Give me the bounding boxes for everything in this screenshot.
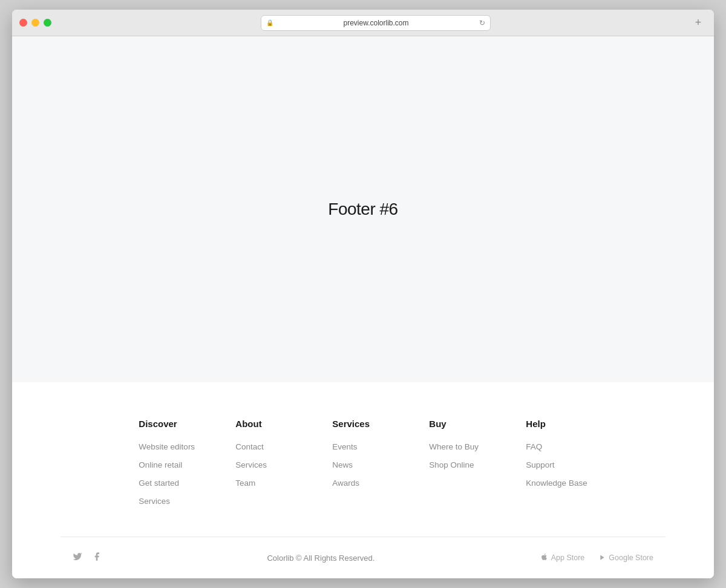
- maximize-button[interactable]: [44, 19, 51, 27]
- app-store-label: App Store: [551, 554, 585, 562]
- list-item: Services: [139, 495, 199, 506]
- list-item: Shop Online: [429, 459, 489, 470]
- link-support[interactable]: Support: [526, 460, 554, 469]
- google-store-link[interactable]: Google Store: [599, 554, 653, 563]
- footer-stores: App Store Google Store: [540, 553, 653, 563]
- page-title: Footer #6: [328, 200, 397, 219]
- link-online-retail[interactable]: Online retail: [139, 460, 182, 469]
- footer-col-title-discover: Discover: [139, 419, 199, 429]
- footer-col-buy: Buy Where to Buy Shop Online: [429, 419, 489, 506]
- traffic-lights: [19, 19, 51, 27]
- footer-col-discover: Discover Website editors Online retail G…: [139, 419, 199, 506]
- footer-col-title-help: Help: [526, 419, 587, 429]
- list-item: FAQ: [526, 441, 587, 452]
- list-item: Online retail: [139, 459, 199, 470]
- footer-col-about: About Contact Services Team: [235, 419, 296, 506]
- footer: Discover Website editors Online retail G…: [12, 382, 714, 578]
- list-item: Get started: [139, 477, 199, 488]
- footer-columns: Discover Website editors Online retail G…: [12, 419, 714, 537]
- reload-icon[interactable]: ↻: [479, 19, 485, 27]
- link-team[interactable]: Team: [235, 479, 255, 488]
- link-knowledge-base[interactable]: Knowledge Base: [526, 479, 587, 488]
- svg-marker-0: [601, 555, 604, 560]
- list-item: Awards: [332, 477, 393, 488]
- link-get-started[interactable]: Get started: [139, 479, 179, 488]
- link-shop-online[interactable]: Shop Online: [429, 460, 474, 469]
- play-icon: [599, 554, 606, 563]
- main-area: Footer #6: [12, 36, 714, 382]
- footer-col-title-buy: Buy: [429, 419, 489, 429]
- link-website-editors[interactable]: Website editors: [139, 442, 195, 451]
- url-bar[interactable]: 🔒 preview.colorlib.com ↻: [261, 15, 491, 31]
- new-tab-button[interactable]: +: [690, 15, 707, 31]
- link-news[interactable]: News: [332, 460, 353, 469]
- url-bar-container: 🔒 preview.colorlib.com ↻: [61, 15, 690, 31]
- minimize-button[interactable]: [31, 19, 39, 27]
- list-item: Support: [526, 459, 587, 470]
- footer-links-discover: Website editors Online retail Get starte…: [139, 441, 199, 506]
- list-item: Contact: [235, 441, 296, 452]
- browser-window: 🔒 preview.colorlib.com ↻ + Footer #6 Dis…: [12, 10, 714, 578]
- link-awards[interactable]: Awards: [332, 479, 359, 488]
- footer-links-buy: Where to Buy Shop Online: [429, 441, 489, 470]
- link-where-to-buy[interactable]: Where to Buy: [429, 442, 479, 451]
- list-item: Knowledge Base: [526, 477, 587, 488]
- link-contact[interactable]: Contact: [235, 442, 264, 451]
- browser-titlebar: 🔒 preview.colorlib.com ↻ +: [12, 10, 714, 36]
- twitter-icon[interactable]: [73, 552, 82, 564]
- facebook-icon[interactable]: [92, 552, 102, 564]
- link-services-about[interactable]: Services: [235, 460, 267, 469]
- footer-bottom: Colorlib © All Rights Reserved. App Stor…: [12, 537, 714, 578]
- footer-col-title-services: Services: [332, 419, 393, 429]
- footer-links-about: Contact Services Team: [235, 441, 296, 488]
- link-faq[interactable]: FAQ: [526, 442, 542, 451]
- footer-col-title-about: About: [235, 419, 296, 429]
- footer-links-services: Events News Awards: [332, 441, 393, 488]
- list-item: Website editors: [139, 441, 199, 452]
- footer-col-help: Help FAQ Support Knowledge Base: [526, 419, 587, 506]
- list-item: Where to Buy: [429, 441, 489, 452]
- google-store-label: Google Store: [609, 554, 653, 562]
- close-button[interactable]: [19, 19, 27, 27]
- list-item: Team: [235, 477, 296, 488]
- page-content: Footer #6 Discover Website editors Onlin…: [12, 36, 714, 578]
- app-store-link[interactable]: App Store: [540, 553, 585, 563]
- link-events[interactable]: Events: [332, 442, 357, 451]
- link-services-discover[interactable]: Services: [139, 497, 170, 506]
- footer-col-services: Services Events News Awards: [332, 419, 393, 506]
- url-text: preview.colorlib.com: [276, 19, 477, 27]
- lock-icon: 🔒: [266, 19, 273, 26]
- footer-copyright: Colorlib © All Rights Reserved.: [267, 554, 374, 563]
- list-item: Events: [332, 441, 393, 452]
- footer-links-help: FAQ Support Knowledge Base: [526, 441, 587, 488]
- footer-social: [73, 552, 102, 564]
- list-item: Services: [235, 459, 296, 470]
- list-item: News: [332, 459, 393, 470]
- apple-icon: [540, 553, 548, 563]
